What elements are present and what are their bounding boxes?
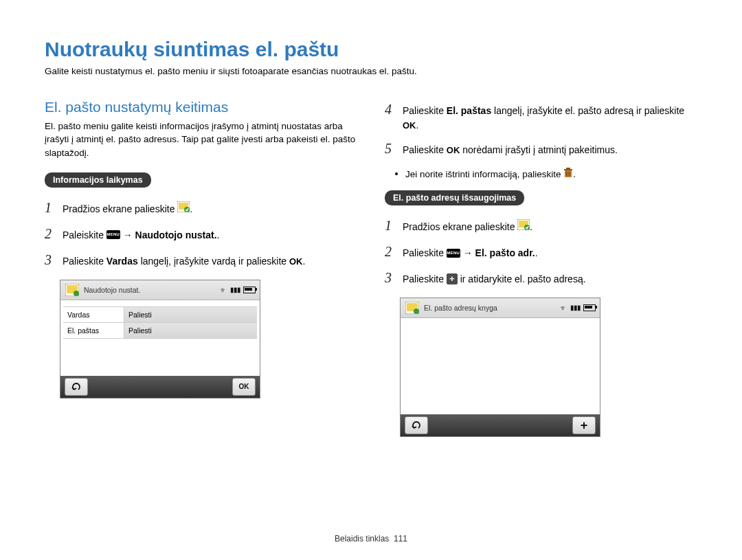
svg-point-17 <box>414 309 419 314</box>
step-number: 3 <box>385 267 403 288</box>
plus-icon: + <box>447 273 458 284</box>
back-button[interactable] <box>65 378 88 396</box>
step-text: Palieskite MENU → El. pašto adr.. <box>403 246 697 260</box>
ok-button[interactable]: OK <box>232 378 256 396</box>
ok-icon: OK <box>447 145 460 155</box>
back-icon <box>411 421 422 430</box>
device-title: El. pašto adresų knyga <box>424 304 560 312</box>
step-number: 5 <box>385 138 403 159</box>
wifi-icon: ᯤ <box>560 304 567 312</box>
menu-icon: MENU <box>447 249 460 258</box>
steps-right-bot: 1 Pradžios ekrane palieskite . 2 Paliesk… <box>385 215 697 288</box>
back-icon <box>71 382 82 392</box>
sub-bullet: Jei norite ištrinti informaciją, paliesk… <box>405 168 697 181</box>
trash-icon <box>563 168 573 180</box>
row-value-input[interactable]: Paliesti <box>124 307 257 322</box>
device-body: Vardas Paliesti El. paštas Paliesti <box>60 300 260 376</box>
step-text: Pradžios ekrane palieskite . <box>403 220 697 235</box>
section-title: El. pašto nustatymų keitimas <box>45 99 357 115</box>
steps-left: 1 Pradžios ekrane palieskite . 2 Paleisk… <box>45 197 357 270</box>
page-title: Nuotraukų siuntimas el. paštu <box>45 38 697 61</box>
left-column: El. pašto nustatymų keitimas El. pašto m… <box>45 99 357 437</box>
steps-right-top: 4 Palieskite El. paštas langelį, įrašyki… <box>385 99 697 159</box>
signal-icon: ▮▮▮ <box>230 286 240 293</box>
step-text: Palieskite + ir atidarykite el. pašto ad… <box>403 272 697 287</box>
right-column: 4 Palieskite El. paštas langelį, įrašyki… <box>385 99 697 437</box>
signal-icon: ▮▮▮ <box>570 304 581 311</box>
svg-rect-8 <box>566 168 570 169</box>
step-number: 3 <box>45 249 63 270</box>
step-text: Paleiskite MENU → Naudotojo nustat.. <box>63 228 357 243</box>
app-email-icon <box>517 219 530 234</box>
ok-icon: OK <box>403 120 416 131</box>
wifi-icon: ᯤ <box>220 286 227 294</box>
page-footer: Belaidis tinklas 111 <box>0 534 742 544</box>
svg-point-5 <box>74 291 79 296</box>
device-header: Naudotojo nustat. ᯤ ▮▮▮ <box>60 280 260 300</box>
device-header: El. pašto adresų knyga ᯤ ▮▮▮ <box>401 298 600 318</box>
pill-email-save: El. pašto adresų išsaugojimas <box>385 190 524 205</box>
battery-icon <box>583 304 596 311</box>
step-number: 2 <box>45 223 63 244</box>
step-number: 1 <box>385 215 403 236</box>
page-subtitle: Galite keisti nustatymus el. pašto meniu… <box>45 65 697 78</box>
device-title: Naudotojo nustat. <box>84 286 220 294</box>
ok-icon: OK <box>289 256 303 267</box>
section-description: El. pašto meniu galite keisti informacij… <box>45 120 357 160</box>
row-value-input[interactable]: Paliesti <box>124 323 257 338</box>
device-screenshot-user-settings: Naudotojo nustat. ᯤ ▮▮▮ Vardas Paliesti … <box>60 280 260 399</box>
device-footer: + <box>401 414 600 436</box>
step-text: Pradžios ekrane palieskite . <box>63 202 357 217</box>
status-icons: ᯤ ▮▮▮ <box>220 286 256 294</box>
app-email-icon <box>177 201 190 216</box>
pill-info-storage: Informacijos laikymas <box>45 172 151 188</box>
table-row: El. paštas Paliesti <box>63 322 257 339</box>
status-icons: ᯤ ▮▮▮ <box>560 304 596 312</box>
app-email-icon <box>65 283 80 297</box>
svg-rect-7 <box>564 169 572 170</box>
battery-icon <box>243 287 256 293</box>
add-button[interactable]: + <box>572 416 596 434</box>
table-row: Vardas Paliesti <box>63 306 257 323</box>
row-label: Vardas <box>63 311 124 319</box>
device-body <box>401 318 600 414</box>
step-text: Palieskite Vardas langelį, įrašykite var… <box>63 254 357 269</box>
step-number: 4 <box>385 99 403 120</box>
app-email-icon <box>405 301 420 315</box>
device-footer: OK <box>60 376 260 398</box>
step-number: 1 <box>45 197 63 218</box>
menu-icon: MENU <box>106 230 120 239</box>
back-button[interactable] <box>405 416 428 434</box>
device-screenshot-address-book: El. pašto adresų knyga ᯤ ▮▮▮ + <box>400 298 600 437</box>
step-number: 2 <box>385 241 403 262</box>
step-text: Palieskite OK norėdami įrašyti į atmintį… <box>403 143 697 157</box>
sub-bullets: Jei norite ištrinti informaciją, paliesk… <box>405 168 697 181</box>
step-text: Palieskite El. paštas langelį, įrašykite… <box>403 104 697 133</box>
row-label: El. paštas <box>63 326 124 335</box>
